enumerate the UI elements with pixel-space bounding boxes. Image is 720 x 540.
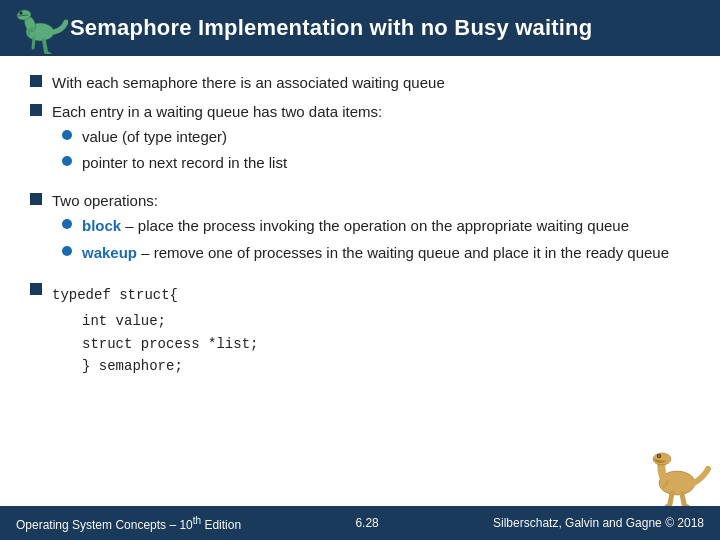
bullet-2: Each entry in a waiting queue has two da… — [30, 101, 690, 182]
svg-point-10 — [653, 453, 671, 465]
slide-footer: Operating System Concepts – 10th Edition… — [0, 506, 720, 540]
bullet-3: Two operations: block – place the proces… — [30, 190, 690, 272]
bullet-circle-icon-2-2 — [62, 156, 72, 166]
block-highlight: block — [82, 217, 121, 234]
footer-left-text: Operating System Concepts – 10th Edition — [16, 515, 241, 532]
svg-line-5 — [44, 40, 46, 52]
code-line-1: int value; — [82, 310, 258, 332]
bullet-3-sub-2: wakeup – remove one of processes in the … — [62, 242, 669, 263]
slide: Semaphore Implementation with no Busy wa… — [0, 0, 720, 540]
bullet-1-text: With each semaphore there is an associat… — [52, 72, 445, 93]
wakeup-rest: – remove one of processes in the waiting… — [137, 244, 669, 261]
bullet-4: typedef struct{ int value; struct proces… — [30, 280, 690, 378]
wakeup-highlight: wakeup — [82, 244, 137, 261]
bullet-circle-icon-3-2 — [62, 246, 72, 256]
svg-line-6 — [46, 52, 50, 54]
bullet-2-sub-2-text: pointer to next record in the list — [82, 152, 287, 173]
slide-header: Semaphore Implementation with no Busy wa… — [0, 0, 720, 56]
svg-point-12 — [658, 455, 660, 457]
bullet-2-sublist: value (of type integer) pointer to next … — [62, 126, 287, 178]
bullet-square-icon-1 — [30, 75, 42, 87]
bullet-square-icon-3 — [30, 193, 42, 205]
bullet-circle-icon-2-1 — [62, 130, 72, 140]
bullet-3-sublist: block – place the process invoking the o… — [62, 215, 669, 268]
bullet-3-sub-1: block – place the process invoking the o… — [62, 215, 669, 236]
svg-line-13 — [670, 493, 672, 504]
block-rest: – place the process invoking the operati… — [121, 217, 629, 234]
bullet-2-sub-1-text: value (of type integer) — [82, 126, 227, 147]
bullet-3-sub-2-text: wakeup – remove one of processes in the … — [82, 242, 669, 263]
bullet-2-sub-2: pointer to next record in the list — [62, 152, 287, 173]
slide-content: With each semaphore there is an associat… — [0, 56, 720, 394]
bullet-square-icon-4 — [30, 283, 42, 295]
bullet-4-code-line-0: typedef struct{ — [52, 284, 178, 306]
footer-right-text: Silberschatz, Galvin and Gagne © 2018 — [493, 516, 704, 530]
bullet-3-text: Two operations: — [52, 190, 158, 211]
bullet-circle-icon-3-1 — [62, 219, 72, 229]
code-line-2: struct process *list; — [82, 333, 258, 355]
dinosaur-bottom-icon — [642, 451, 712, 506]
slide-title: Semaphore Implementation with no Busy wa… — [70, 15, 592, 41]
code-line-3: } semaphore; — [82, 355, 258, 377]
bullet-4-code-line-1: int value; struct process *list; } semap… — [82, 310, 258, 377]
bullet-square-icon-2 — [30, 104, 42, 116]
bullet-2-sub-1: value (of type integer) — [62, 126, 287, 147]
svg-line-7 — [33, 38, 34, 48]
svg-point-4 — [20, 12, 23, 15]
dinosaur-top-icon — [8, 2, 68, 54]
svg-line-15 — [682, 494, 684, 504]
footer-center-text: 6.28 — [355, 516, 378, 530]
bullet-1: With each semaphore there is an associat… — [30, 72, 690, 93]
bullet-3-sub-1-text: block – place the process invoking the o… — [82, 215, 629, 236]
bullet-2-text: Each entry in a waiting queue has two da… — [52, 101, 382, 122]
